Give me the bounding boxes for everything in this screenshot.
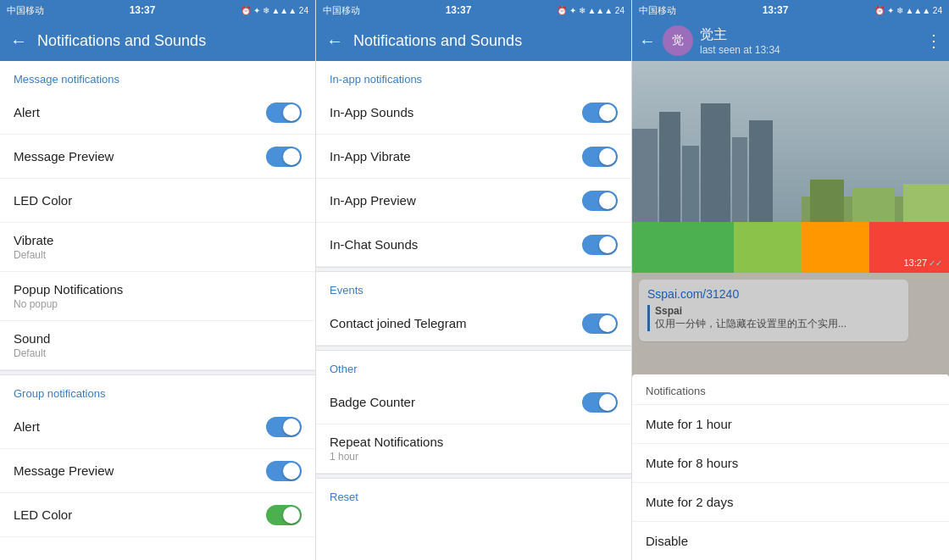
toolbar-2: ← Notifications and Sounds bbox=[316, 20, 631, 61]
toggle-group-alert[interactable] bbox=[266, 417, 302, 437]
toggle-inchat-sounds[interactable] bbox=[582, 235, 618, 255]
chat-content: Sspai.com/31240 Sspai 仅用一分钟，让隐藏在设置里的五个实用… bbox=[632, 273, 949, 560]
toolbar-1: ← Notifications and Sounds bbox=[0, 20, 315, 61]
time-3: 13:37 bbox=[763, 4, 789, 16]
toolbar-title-2: Notifications and Sounds bbox=[353, 32, 621, 50]
svg-rect-5 bbox=[732, 137, 747, 230]
toggle-alert[interactable] bbox=[266, 103, 302, 123]
chat-info: 觉主 last seen at 13:34 bbox=[700, 26, 918, 56]
section-header-inapp: In-app notifications bbox=[316, 61, 631, 91]
row-message-preview: Message Preview bbox=[0, 135, 315, 179]
row-sound[interactable]: Sound Default bbox=[0, 321, 315, 370]
toolbar-title-1: Notifications and Sounds bbox=[37, 32, 305, 50]
dropdown-item-mute-1hour[interactable]: Mute for 1 hour bbox=[632, 404, 949, 443]
label-popup-notifications: Popup Notifications bbox=[14, 282, 302, 297]
dropdown-box: Notifications Mute for 1 hour Mute for 8… bbox=[632, 374, 949, 560]
svg-rect-11 bbox=[632, 222, 734, 273]
carrier-1: 中国移动 bbox=[7, 4, 44, 17]
row-led-color[interactable]: LED Color bbox=[0, 179, 315, 223]
row-inapp-preview: In-App Preview bbox=[316, 179, 631, 223]
section-header-group: Group notifications bbox=[0, 375, 315, 405]
label-repeat-notifications: Repeat Notifications bbox=[330, 435, 618, 449]
label-inapp-sounds: In-App Sounds bbox=[330, 105, 413, 119]
svg-rect-2 bbox=[659, 112, 680, 230]
more-button[interactable]: ⋮ bbox=[925, 30, 942, 51]
sublabel-vibrate: Default bbox=[14, 249, 302, 261]
svg-rect-4 bbox=[701, 103, 730, 230]
row-repeat-notifications[interactable]: Repeat Notifications 1 hour bbox=[316, 424, 631, 474]
carrier-2: 中国移动 bbox=[323, 4, 360, 17]
content-2: In-app notifications In-App Sounds In-Ap… bbox=[316, 61, 631, 560]
carrier-3: 中国移动 bbox=[639, 4, 676, 17]
dropdown-item-mute-2days[interactable]: Mute for 2 days bbox=[632, 482, 949, 521]
label-inapp-vibrate: In-App Vibrate bbox=[330, 149, 411, 164]
status-icons-1: ⏰ ✦ ❄ ▲▲▲ 24 bbox=[241, 6, 308, 15]
content-1: Message notifications Alert Message Prev… bbox=[0, 61, 315, 560]
label-contact-joined: Contact joined Telegram bbox=[330, 316, 466, 330]
dropdown-item-disable[interactable]: Disable bbox=[632, 521, 949, 560]
row-inchat-sounds: In-Chat Sounds bbox=[316, 223, 631, 267]
panel-3: 中国移动 13:37 ⏰ ✦ ❄ ▲▲▲ 24 ← 觉 觉主 last seen… bbox=[632, 0, 949, 560]
label-group-message-preview: Message Preview bbox=[14, 463, 266, 478]
svg-rect-12 bbox=[734, 222, 802, 273]
dropdown-header: Notifications bbox=[632, 374, 949, 404]
time-2: 13:37 bbox=[446, 4, 472, 16]
toggle-inapp-sounds[interactable] bbox=[582, 103, 618, 123]
svg-rect-13 bbox=[802, 222, 869, 273]
status-bar-1: 中国移动 13:37 ⏰ ✦ ❄ ▲▲▲ 24 bbox=[0, 0, 315, 20]
status-icons-3: ⏰ ✦ ❄ ▲▲▲ 24 bbox=[874, 6, 942, 15]
chat-status: last seen at 13:34 bbox=[700, 44, 918, 56]
label-inapp-preview: In-App Preview bbox=[330, 193, 416, 208]
label-badge-counter: Badge Counter bbox=[330, 395, 415, 409]
chat-back-button[interactable]: ← bbox=[639, 31, 656, 51]
row-group-alert: Alert bbox=[0, 405, 315, 449]
sublabel-repeat-notifications: 1 hour bbox=[330, 451, 618, 463]
chat-image: 13:27 ✓✓ bbox=[632, 61, 949, 273]
toggle-contact-joined[interactable] bbox=[582, 313, 618, 334]
section-header-reset[interactable]: Reset bbox=[316, 479, 631, 508]
chat-toolbar: ← 觉 觉主 last seen at 13:34 ⋮ bbox=[632, 20, 949, 61]
back-button-1[interactable]: ← bbox=[10, 31, 27, 51]
toggle-group-message-preview[interactable] bbox=[266, 461, 302, 481]
back-button-2[interactable]: ← bbox=[326, 31, 343, 51]
dropdown-menu: Notifications Mute for 1 hour Mute for 8… bbox=[632, 273, 949, 560]
avatar: 觉 bbox=[663, 25, 693, 56]
chat-name: 觉主 bbox=[700, 26, 918, 44]
label-message-preview: Message Preview bbox=[14, 149, 266, 164]
label-alert: Alert bbox=[14, 105, 266, 119]
svg-rect-6 bbox=[749, 120, 773, 230]
section-header-events: Events bbox=[316, 272, 631, 302]
toggle-inapp-preview[interactable] bbox=[582, 191, 618, 211]
dropdown-overlay[interactable] bbox=[632, 273, 949, 374]
svg-rect-3 bbox=[682, 146, 699, 230]
status-bar-2: 中国移动 13:37 ⏰ ✦ ❄ ▲▲▲ 24 bbox=[316, 0, 631, 20]
label-led-color: LED Color bbox=[14, 193, 302, 208]
toggle-group-led-color[interactable] bbox=[266, 505, 302, 525]
dropdown-item-mute-8hours[interactable]: Mute for 8 hours bbox=[632, 443, 949, 482]
row-contact-joined: Contact joined Telegram bbox=[316, 302, 631, 346]
row-vibrate[interactable]: Vibrate Default bbox=[0, 223, 315, 272]
panel-1: 中国移动 13:37 ⏰ ✦ ❄ ▲▲▲ 24 ← Notifications … bbox=[0, 0, 316, 560]
section-header-message: Message notifications bbox=[0, 61, 315, 91]
svg-rect-1 bbox=[632, 129, 658, 230]
row-inapp-sounds: In-App Sounds bbox=[316, 91, 631, 135]
row-group-led-color: LED Color bbox=[0, 493, 315, 537]
row-inapp-vibrate: In-App Vibrate bbox=[316, 135, 631, 179]
image-timestamp: 13:27 ✓✓ bbox=[903, 258, 942, 268]
label-vibrate: Vibrate bbox=[14, 233, 302, 247]
sublabel-sound: Default bbox=[14, 347, 302, 359]
panel-2: 中国移动 13:37 ⏰ ✦ ❄ ▲▲▲ 24 ← Notifications … bbox=[316, 0, 632, 560]
sublabel-popup-notifications: No popup bbox=[14, 298, 302, 310]
toggle-message-preview[interactable] bbox=[266, 147, 302, 167]
toggle-inapp-vibrate[interactable] bbox=[582, 147, 618, 167]
toggle-badge-counter[interactable] bbox=[582, 392, 618, 413]
row-alert: Alert bbox=[0, 91, 315, 135]
row-popup-notifications[interactable]: Popup Notifications No popup bbox=[0, 272, 315, 321]
row-group-message-preview: Message Preview bbox=[0, 449, 315, 493]
row-badge-counter: Badge Counter bbox=[316, 380, 631, 424]
status-icons-2: ⏰ ✦ ❄ ▲▲▲ 24 bbox=[557, 6, 624, 15]
section-header-other: Other bbox=[316, 351, 631, 380]
time-1: 13:37 bbox=[130, 4, 156, 16]
label-sound: Sound bbox=[14, 331, 302, 346]
label-group-alert: Alert bbox=[14, 419, 266, 434]
